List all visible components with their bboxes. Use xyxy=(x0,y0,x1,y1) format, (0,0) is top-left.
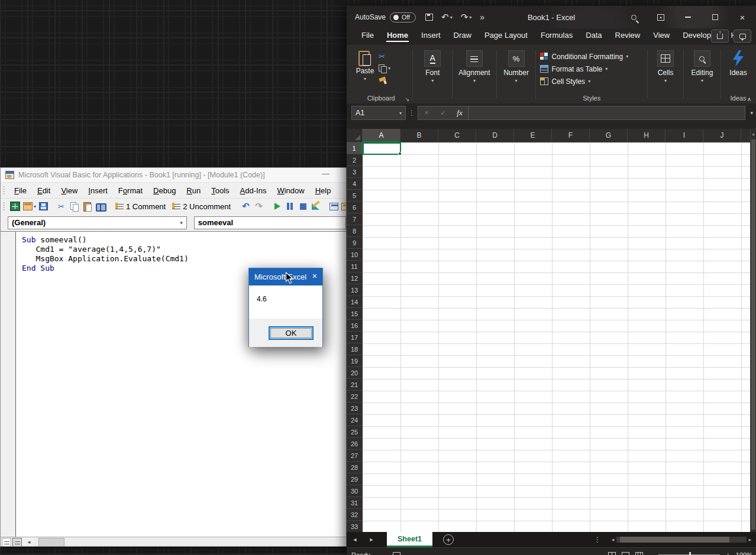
ribbon-tab[interactable]: File xyxy=(355,28,380,44)
name-box[interactable]: A1 ▾ xyxy=(351,106,406,120)
search-icon[interactable] xyxy=(620,6,647,28)
row-header[interactable]: 6 xyxy=(347,202,363,213)
editing-group-button[interactable]: Editing ▾ xyxy=(686,48,719,103)
insert-userform-icon[interactable] xyxy=(23,202,33,210)
page-layout-view-icon[interactable] xyxy=(622,552,629,555)
cell-styles-button[interactable]: Cell Styles ▾ xyxy=(540,76,645,86)
row-header[interactable]: 21 xyxy=(347,379,363,391)
dialog-close-icon[interactable]: × xyxy=(312,271,317,281)
procedure-view-button[interactable] xyxy=(2,538,11,547)
run-macro-icon[interactable] xyxy=(274,203,280,210)
font-group-button[interactable]: A Font ▾ xyxy=(415,48,450,103)
ribbon-tab[interactable]: Page Layout xyxy=(478,28,534,44)
expand-formula-bar-icon[interactable]: ▾ xyxy=(750,110,753,116)
accessibility-icon[interactable] xyxy=(393,552,400,555)
reset-icon[interactable] xyxy=(300,203,306,210)
vba-menu-item[interactable]: Format xyxy=(113,184,148,197)
column-header[interactable]: F xyxy=(552,129,590,142)
ribbon-tab[interactable]: View xyxy=(647,28,676,44)
row-header[interactable]: 15 xyxy=(347,308,363,320)
row-header[interactable]: 31 xyxy=(347,497,363,509)
vba-menu-item[interactable]: Insert xyxy=(83,184,113,197)
ribbon-display-options-icon[interactable]: ▴ xyxy=(647,6,674,28)
column-header[interactable]: E xyxy=(514,129,552,142)
maximize-button[interactable] xyxy=(702,6,729,28)
row-header[interactable]: 5 xyxy=(347,190,363,202)
row-header[interactable]: 8 xyxy=(347,225,363,237)
ribbon-tab[interactable]: Review xyxy=(609,28,647,44)
clipboard-dialog-launcher[interactable]: ↘ xyxy=(405,96,410,102)
row-header[interactable]: 2 xyxy=(347,154,363,166)
row-header[interactable]: 24 xyxy=(347,414,363,426)
view-excel-icon[interactable] xyxy=(10,202,20,211)
row-header[interactable]: 29 xyxy=(347,473,363,485)
column-header[interactable]: D xyxy=(476,129,514,142)
row-header[interactable]: 7 xyxy=(347,213,363,225)
share-button[interactable] xyxy=(711,30,729,43)
minimize-button[interactable] xyxy=(674,6,702,28)
page-break-view-icon[interactable] xyxy=(635,552,643,555)
row-header[interactable]: 4 xyxy=(347,178,363,190)
format-painter-button[interactable] xyxy=(379,77,387,84)
vertical-scrollbar[interactable]: ▴ xyxy=(750,129,756,532)
row-header[interactable]: 16 xyxy=(347,320,363,332)
customize-qat-icon[interactable]: » xyxy=(480,12,484,22)
fill-handle[interactable] xyxy=(398,152,402,155)
vba-menu-item[interactable]: Tools xyxy=(206,184,234,197)
row-header[interactable]: 18 xyxy=(347,343,363,355)
column-header[interactable]: C xyxy=(438,129,476,142)
select-all-corner[interactable] xyxy=(347,129,363,142)
paste-button[interactable]: Paste ▾ xyxy=(351,48,379,93)
excel-titlebar[interactable]: AutoSave Off ↶▾ ↷▾ » Book1 - Excel ▴ × xyxy=(347,6,756,28)
row-header[interactable]: 30 xyxy=(347,485,363,497)
cells-group-button[interactable]: Cells ▾ xyxy=(650,48,681,103)
column-header[interactable]: G xyxy=(590,129,628,142)
vba-menu-item[interactable]: Edit xyxy=(32,184,56,197)
comment-block-button[interactable]: 1 Comment xyxy=(114,202,167,212)
row-header[interactable]: 20 xyxy=(347,367,363,379)
column-header[interactable]: J xyxy=(703,129,741,142)
uncomment-block-button[interactable]: 2 Uncomment xyxy=(170,202,232,212)
formula-input[interactable] xyxy=(469,106,745,120)
cancel-icon[interactable]: × xyxy=(418,109,435,117)
scrollbar-thumb[interactable] xyxy=(751,139,755,530)
new-sheet-icon[interactable]: + xyxy=(443,534,454,545)
partial-column-header[interactable] xyxy=(741,129,750,142)
design-mode-icon[interactable] xyxy=(311,202,321,211)
vba-menu-item[interactable]: Debug xyxy=(148,184,181,197)
ok-button[interactable]: OK xyxy=(269,326,314,340)
copy-icon[interactable] xyxy=(69,202,79,211)
comments-button[interactable] xyxy=(734,30,751,43)
scroll-right-icon[interactable]: ► xyxy=(747,537,754,543)
undo-icon[interactable]: ↶ xyxy=(241,202,251,211)
save-icon[interactable] xyxy=(425,14,433,21)
enter-icon[interactable]: ✓ xyxy=(435,109,451,117)
cut-button[interactable]: ✂ xyxy=(379,52,385,61)
formula-bar-dots-icon[interactable]: ⋮ xyxy=(406,109,418,117)
conditional-formatting-button[interactable]: Conditional Formatting ▾ xyxy=(540,51,645,61)
number-group-button[interactable]: % Number ▾ xyxy=(499,48,534,103)
row-header[interactable]: 26 xyxy=(347,438,363,450)
column-header[interactable]: A xyxy=(363,129,400,142)
row-header[interactable]: 10 xyxy=(347,249,363,261)
column-header[interactable]: B xyxy=(400,129,438,142)
vba-minimize-button[interactable]: — xyxy=(322,169,329,178)
row-header[interactable]: 9 xyxy=(347,237,363,249)
row-header[interactable]: 1 xyxy=(347,142,363,154)
zoom-out-icon[interactable]: − xyxy=(649,551,652,555)
tabbar-menu-icon[interactable]: ⋮ xyxy=(594,535,601,544)
vba-menu-item[interactable]: File xyxy=(9,184,32,197)
sheet-tab[interactable]: Sheet1 xyxy=(387,532,432,547)
redo-icon[interactable]: ↷ xyxy=(254,202,264,211)
format-as-table-button[interactable]: Format as Table ▾ xyxy=(540,64,645,74)
full-module-view-button[interactable] xyxy=(12,538,22,547)
next-sheet-icon[interactable]: ► xyxy=(363,537,380,543)
row-header[interactable]: 19 xyxy=(347,355,363,367)
zoom-level[interactable]: 100% xyxy=(736,551,752,555)
collapse-ribbon-icon[interactable]: ∧ xyxy=(747,96,751,102)
selected-cell-a1[interactable] xyxy=(363,142,401,155)
row-header[interactable]: 17 xyxy=(347,332,363,343)
scroll-left-icon[interactable]: ◄ xyxy=(609,537,616,543)
close-button[interactable]: × xyxy=(729,6,756,28)
ribbon-tab[interactable]: Insert xyxy=(415,28,447,44)
